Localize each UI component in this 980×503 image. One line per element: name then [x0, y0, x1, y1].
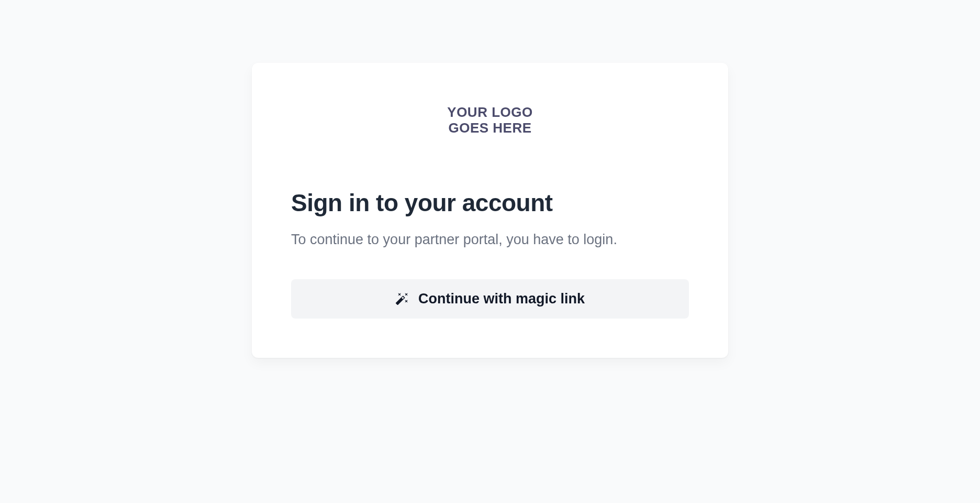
magic-link-button-label: Continue with magic link [418, 291, 585, 307]
logo-placeholder: YOUR LOGO GOES HERE [447, 105, 532, 136]
signin-card: YOUR LOGO GOES HERE Sign in to your acco… [252, 63, 728, 358]
logo-line-1: YOUR LOGO [447, 105, 532, 121]
page-title: Sign in to your account [291, 189, 689, 217]
page-subtext: To continue to your partner portal, you … [291, 232, 689, 248]
logo-line-2: GOES HERE [447, 121, 532, 136]
magic-link-button[interactable]: Continue with magic link [291, 279, 689, 319]
magic-wand-icon [395, 292, 409, 305]
logo-wrapper: YOUR LOGO GOES HERE [291, 105, 689, 136]
